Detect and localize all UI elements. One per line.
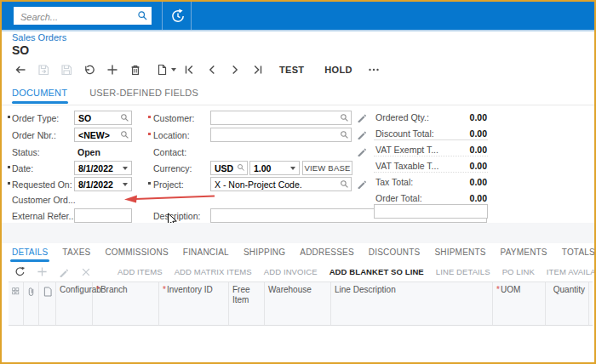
- detail-tabs: DETAILS TAXES COMMISSIONS FINANCIAL SHIP…: [12, 247, 595, 257]
- last-record-icon[interactable]: [246, 60, 269, 79]
- field-underline: [374, 156, 488, 156]
- search-input[interactable]: [19, 8, 140, 26]
- delete-row-icon: [75, 263, 97, 282]
- breadcrumb[interactable]: Sales Orders: [12, 32, 66, 43]
- lookup-icon[interactable]: [120, 113, 129, 122]
- delete-icon[interactable]: [123, 60, 146, 79]
- external-ref-field[interactable]: [74, 208, 132, 223]
- top-bar: [2, 2, 594, 30]
- tab-details[interactable]: DETAILS: [12, 247, 48, 257]
- edit-pencil-icon[interactable]: [357, 129, 367, 139]
- currency-code-field[interactable]: [210, 161, 248, 175]
- required-dot: [148, 182, 151, 185]
- edit-pencil-icon[interactable]: [357, 112, 367, 122]
- required-marker: *: [163, 285, 166, 294]
- column-header-inventory-id[interactable]: *Inventory ID: [159, 282, 229, 325]
- more-icon[interactable]: [363, 60, 386, 79]
- project-field[interactable]: [210, 177, 352, 191]
- refresh-icon[interactable]: [9, 263, 31, 282]
- tab-document[interactable]: DOCUMENT: [12, 88, 67, 98]
- tab-discounts[interactable]: DISCOUNTS: [369, 247, 421, 257]
- first-record-icon[interactable]: [177, 60, 200, 79]
- status-label: Status:: [12, 147, 40, 157]
- add-invoice-button: ADD INVOICE: [264, 267, 318, 276]
- tab-financial[interactable]: FINANCIAL: [183, 247, 229, 257]
- tab-payments[interactable]: PAYMENTS: [501, 247, 547, 257]
- chevron-down-icon[interactable]: [123, 183, 128, 186]
- chevron-down-icon[interactable]: [123, 167, 128, 170]
- empty-total-input[interactable]: [375, 205, 487, 218]
- tab-shipments[interactable]: SHIPMENTS: [434, 247, 485, 257]
- column-header-line-description[interactable]: Line Description: [331, 282, 493, 325]
- column-header-configurable[interactable]: Configurab: [56, 282, 93, 325]
- add-row-icon: [31, 263, 53, 282]
- grid-header: Configurab *Branch *Inventory ID Free It…: [9, 282, 593, 326]
- lookup-icon[interactable]: [340, 179, 349, 189]
- next-record-icon[interactable]: [223, 60, 246, 79]
- chevron-down-icon[interactable]: [290, 167, 295, 170]
- tab-shipping[interactable]: SHIPPING: [244, 247, 285, 257]
- tab-totals[interactable]: TOTALS: [562, 247, 595, 257]
- required-marker: *: [96, 285, 100, 294]
- tab-user-defined-fields[interactable]: USER-DEFINED FIELDS: [89, 88, 198, 98]
- external-ref-input[interactable]: [75, 209, 131, 222]
- location-label: Location:: [153, 130, 190, 140]
- order-type-field[interactable]: [74, 111, 132, 125]
- copy-icon[interactable]: [146, 60, 177, 79]
- annotation-arrow: [123, 191, 218, 205]
- lookup-icon[interactable]: [120, 130, 129, 139]
- customer-input[interactable]: [211, 111, 351, 124]
- customer-field[interactable]: [210, 111, 352, 125]
- column-header-quantity[interactable]: Quantity: [546, 282, 589, 325]
- add-blanket-so-line-button[interactable]: ADD BLANKET SO LINE: [330, 267, 424, 276]
- currency-rate-field[interactable]: [249, 161, 300, 175]
- tab-commissions[interactable]: COMMISSIONS: [105, 247, 168, 257]
- hold-button[interactable]: HOLD: [324, 65, 352, 75]
- test-button[interactable]: TEST: [279, 65, 304, 75]
- required-dot: [8, 166, 10, 168]
- customer-order-label: Customer Ord...: [12, 195, 76, 205]
- column-header-warehouse[interactable]: Warehouse: [265, 282, 331, 325]
- requested-on-label: Requested On:: [12, 179, 72, 190]
- order-total-value: 0.00: [409, 193, 487, 203]
- edit-pencil-icon[interactable]: [357, 179, 367, 189]
- prev-record-icon[interactable]: [200, 60, 223, 79]
- lookup-icon[interactable]: [340, 113, 349, 122]
- save-close-icon: [32, 60, 54, 79]
- location-field[interactable]: [210, 128, 352, 142]
- note-icon[interactable]: [39, 282, 56, 325]
- ordered-qty-value: 0.00: [409, 112, 487, 122]
- empty-total-field[interactable]: [374, 204, 488, 219]
- back-icon[interactable]: [9, 60, 32, 79]
- grid-body[interactable]: [9, 326, 593, 362]
- external-ref-label: External Refer...: [12, 211, 76, 221]
- global-search[interactable]: [14, 7, 152, 25]
- undo-icon[interactable]: [77, 60, 100, 79]
- tab-addresses[interactable]: ADDRESSES: [300, 247, 354, 257]
- lookup-icon[interactable]: [237, 163, 245, 172]
- date-field[interactable]: [74, 161, 132, 175]
- field-underline: [374, 172, 488, 173]
- column-header-branch[interactable]: *Branch: [93, 282, 159, 325]
- lookup-icon[interactable]: [340, 130, 349, 139]
- add-icon[interactable]: [100, 60, 123, 79]
- project-input[interactable]: [211, 178, 351, 191]
- grid-settings-icon[interactable]: [9, 282, 24, 325]
- view-base-button[interactable]: VIEW BASE: [302, 161, 352, 175]
- column-header-uom[interactable]: *UOM: [493, 282, 546, 325]
- topbar-accent: [2, 30, 594, 31]
- record-toolbar: TEST HOLD: [9, 60, 386, 80]
- requested-on-field[interactable]: [74, 177, 132, 191]
- location-input[interactable]: [211, 128, 351, 141]
- paperclip-icon[interactable]: [24, 282, 39, 325]
- order-nbr-field[interactable]: [74, 128, 132, 142]
- tab-taxes[interactable]: TAXES: [62, 247, 90, 257]
- chevron-down-icon[interactable]: [171, 68, 176, 71]
- search-icon[interactable]: [137, 10, 148, 21]
- edit-pencil-icon[interactable]: [357, 146, 367, 156]
- required-dot: [148, 116, 151, 118]
- contact-label: Contact:: [153, 147, 186, 157]
- business-date-icon[interactable]: [169, 8, 186, 25]
- column-header-free-item[interactable]: Free Item: [229, 282, 265, 325]
- required-marker: *: [496, 285, 500, 294]
